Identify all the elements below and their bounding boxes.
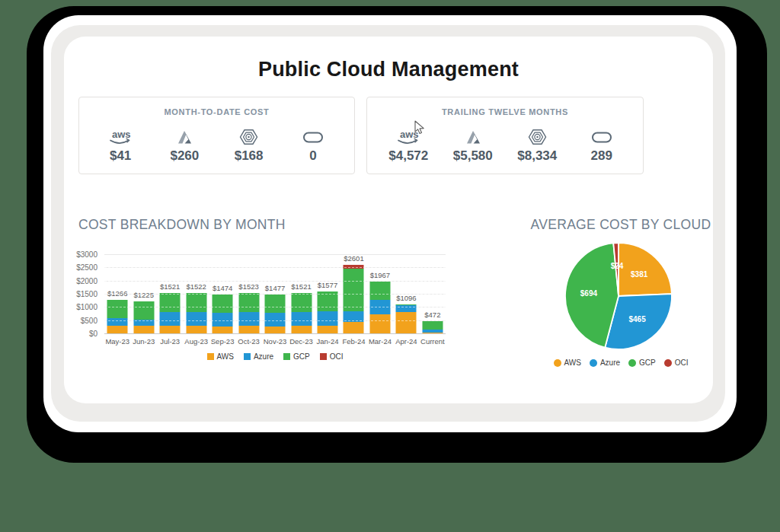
bar-stack	[160, 293, 181, 333]
pie-slice-label-azure: $465	[628, 315, 646, 323]
legend-item-azure: Azure	[590, 358, 620, 367]
bar-segment-gcp	[107, 300, 128, 318]
x-tick-label: Jan-24	[315, 337, 340, 346]
bar-segment-aws	[160, 326, 181, 333]
legend-marker	[590, 359, 597, 367]
bar-segment-aws	[213, 327, 233, 333]
bar-segment-gcp	[186, 293, 206, 312]
bar-value-label: $1096	[396, 294, 416, 302]
metric-aws-ttm: aws $4,572	[376, 123, 441, 164]
grid-line-overlay	[104, 320, 446, 321]
legend-label: Azure	[600, 358, 620, 367]
svg-text:aws: aws	[112, 129, 131, 140]
bar-value-label: $2601	[344, 254, 363, 263]
y-tick-label: $500	[81, 316, 98, 324]
pie-slice-label-aws: $381	[631, 270, 648, 279]
grid-line-overlay	[104, 281, 446, 282]
pie-chart: $381$465$694$24	[542, 220, 695, 372]
bar-value-label: $1474	[213, 284, 232, 292]
x-tick-label: May-23	[104, 337, 130, 346]
legend-label: Azure	[254, 352, 273, 361]
metric-oci-mtd: 0	[281, 123, 345, 164]
bar-segment-gcp	[291, 293, 312, 312]
bar-segment-aws	[107, 326, 128, 333]
legend-label: OCI	[675, 358, 689, 367]
pie-slice-label-gcp: $694	[580, 289, 598, 298]
x-axis-line	[104, 333, 446, 334]
y-tick-label: $1000	[76, 303, 98, 311]
legend-marker	[664, 359, 672, 367]
legend-marker	[320, 353, 327, 360]
x-tick-label: Mar-24	[367, 337, 393, 346]
bar-segment-gcp	[160, 293, 181, 312]
metric-aws-mtd: aws $41	[88, 123, 152, 164]
grid-line-overlay	[104, 294, 446, 295]
grid-line-overlay	[104, 267, 446, 268]
bar-value-label: $1225	[133, 291, 153, 299]
bar-value-label: $1967	[370, 271, 390, 279]
bar-stack	[344, 265, 364, 333]
x-tick-label: Jun-23	[130, 337, 156, 346]
bar-segment-azure	[265, 313, 286, 327]
legend-item-gcp: GCP	[283, 352, 310, 361]
bar-segment-gcp	[317, 291, 337, 311]
metric-azure-ttm: $5,580	[441, 123, 506, 164]
bar-segment-aws	[369, 314, 390, 333]
grid-line-overlay	[104, 307, 446, 307]
legend-item-gcp: GCP	[628, 358, 656, 367]
legend-marker	[283, 353, 290, 360]
metric-azure-mtd: $260	[152, 123, 216, 164]
bar-segment-azure	[291, 312, 312, 326]
azure-icon	[175, 123, 193, 146]
bar-value-label: $1523	[238, 282, 258, 291]
bar-segment-aws	[238, 326, 259, 333]
x-tick-label: Dec-23	[288, 337, 314, 346]
metric-value: $41	[110, 148, 131, 164]
bar-stack	[107, 300, 128, 333]
dashboard-screenshot: Public Cloud Management MONTH-TO-DATE CO…	[0, 0, 780, 532]
bar-segment-azure	[238, 312, 259, 326]
y-tick-label: $2000	[76, 276, 98, 285]
legend-label: AWS	[564, 358, 581, 367]
bar-segment-gcp	[213, 295, 233, 313]
bar-stack	[238, 293, 259, 333]
bar-stack	[133, 301, 154, 333]
bar-value-label: $1477	[265, 284, 285, 292]
bar-segment-aws	[291, 326, 312, 333]
card-metrics: aws $41 $260 $168 0	[79, 123, 354, 164]
pie-chart-legend: AWSAzureGCPOCI	[527, 358, 714, 367]
metric-value: $8,334	[517, 148, 557, 164]
aws-icon: aws	[107, 123, 134, 146]
legend-label: GCP	[639, 358, 656, 367]
card-title: TRAILING TWELVE MONTHS	[367, 107, 643, 116]
legend-label: OCI	[330, 352, 344, 361]
card-title: MONTH-TO-DATE COST	[79, 107, 354, 116]
bar-segment-aws	[344, 322, 364, 333]
legend-item-oci: OCI	[320, 352, 344, 361]
oci-icon	[302, 123, 324, 146]
metric-value: $168	[235, 148, 264, 164]
x-tick-label: Aug-23	[183, 337, 209, 346]
bar-stack	[291, 293, 312, 333]
bar-segment-azure	[160, 312, 181, 326]
bar-segment-aws	[186, 326, 206, 333]
legend-item-azure: Azure	[244, 352, 273, 361]
azure-icon	[464, 123, 482, 146]
bar-value-label: $1577	[318, 281, 337, 289]
legend-marker	[554, 359, 561, 367]
mouse-pointer-icon	[414, 120, 425, 138]
bar-chart-title: COST BREAKDOWN BY MONTH	[78, 217, 286, 233]
metric-value: 289	[591, 148, 612, 164]
legend-item-aws: AWS	[554, 358, 581, 367]
bar-stack	[186, 293, 206, 333]
gcp-icon	[528, 123, 547, 146]
bar-chart-y-axis: $0$500$1000$1500$2000$2500$3000	[69, 254, 101, 333]
bar-segment-aws	[317, 326, 337, 333]
bar-segment-azure	[107, 318, 128, 325]
x-tick-label: Feb-24	[340, 337, 366, 346]
bar-segment-gcp	[369, 282, 390, 300]
bar-value-label: $1522	[186, 282, 206, 291]
y-tick-label: $0	[89, 330, 98, 338]
pie-slice-label-oci: $24	[611, 262, 624, 270]
legend-label: AWS	[217, 352, 234, 361]
